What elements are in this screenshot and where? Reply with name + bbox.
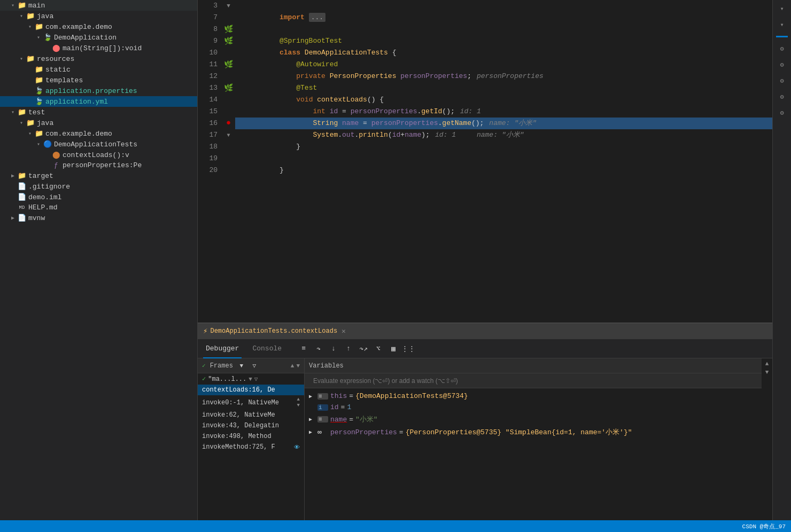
frames-visibility-btn[interactable]: 👁 <box>294 444 300 451</box>
var-item-id[interactable]: i id = 1 <box>305 402 762 413</box>
var-item-this[interactable]: ▶ ≡ this = {DemoApplicationTests@5734} <box>305 390 762 402</box>
variables-title: Variables <box>309 362 344 370</box>
status-credit: CSDN @奇点_97 <box>742 522 786 530</box>
tree-item-demo-iml[interactable]: 📄 demo.iml <box>0 192 197 202</box>
gutter-13: 🌿 <box>222 82 235 94</box>
frame-item-3[interactable]: invoke:62, NativeMe <box>198 410 304 420</box>
frames-scroll-down[interactable]: ▼ <box>296 363 300 369</box>
right-btn-7[interactable]: ⚙ <box>776 107 788 119</box>
right-divider <box>776 36 788 37</box>
frames-header: ✓ Frames ▼ ▽ ▲ ▼ <box>198 358 304 373</box>
tree-item-person-props[interactable]: ƒ personProperties:Pe <box>0 160 197 170</box>
gutter-9: 🌿 <box>222 35 235 47</box>
toolbar-settings-btn[interactable]: ⋮⋮ <box>402 343 414 355</box>
var-item-name[interactable]: ▶ ≡ name = "小米" <box>305 413 762 426</box>
gutter-15 <box>222 106 235 118</box>
gutter-11: 🌿 <box>222 59 235 71</box>
gutter-3: ▼ <box>222 0 235 12</box>
frame-item-2[interactable]: invoke0:-1, NativeMe ▲ ▼ <box>198 395 304 410</box>
tree-item-pkg1[interactable]: ▾ 📁 com.example.demo <box>0 21 197 32</box>
right-btn-1[interactable]: ▾ <box>776 3 788 14</box>
toolbar-step-out-btn[interactable]: ↑ <box>343 343 354 355</box>
tree-item-app-yml[interactable]: 🍃 application.yml <box>0 96 197 107</box>
line-numbers: 3 7 8 9 10 11 12 13 14 15 16 17 18 19 20 <box>198 0 222 323</box>
toolbar-eval-expr-btn[interactable]: ⌥ <box>373 343 384 355</box>
evaluate-input[interactable] <box>309 373 757 388</box>
code-line-19: } <box>235 153 772 165</box>
gutter-19 <box>222 153 235 165</box>
evaluate-bar <box>305 373 762 388</box>
code-line-18 <box>235 141 772 153</box>
gutter-17: ▼ <box>222 129 235 141</box>
toolbar-step-over-btn[interactable]: ↷ <box>313 343 324 355</box>
tree-item-app-props[interactable]: 🍃 application.properties <box>0 85 197 96</box>
code-line-8: @SpringBootTest <box>235 24 772 35</box>
right-icon-2[interactable]: ▼ <box>765 369 769 375</box>
frame-item-0[interactable]: ✓ "ma...l... ▼ ▽ <box>198 373 304 385</box>
frames-filter-btn[interactable]: ▼ <box>237 362 246 370</box>
toolbar-resume-btn[interactable]: ≡ <box>298 343 309 355</box>
tab-debugger[interactable]: Debugger <box>203 339 242 358</box>
tab-console[interactable]: Console <box>250 339 284 358</box>
tree-item-demo-tests[interactable]: ▾ 🔵 DemoApplicationTests <box>0 139 197 150</box>
bottom-content: ✓ Frames ▼ ▽ ▲ ▼ ✓ "ma...l... <box>198 358 772 520</box>
right-btn-5[interactable]: ⚙ <box>776 75 788 87</box>
right-col-icons: ▲ ▼ <box>762 358 772 520</box>
editor-area: 3 7 8 9 10 11 12 13 14 15 16 17 18 19 20… <box>198 0 772 520</box>
gutter-16: ● <box>222 118 235 129</box>
gutter-12 <box>222 71 235 82</box>
tree-item-java1[interactable]: ▾ 📁 java <box>0 11 197 21</box>
tree-item-java2[interactable]: ▾ 📁 java <box>0 118 197 128</box>
right-btn-2[interactable]: ▾ <box>776 19 788 30</box>
tree-item-mvnw[interactable]: ▶ 📄 mvnw <box>0 213 197 223</box>
tree-item-static[interactable]: 📁 static <box>0 64 197 75</box>
gutter-10 <box>222 47 235 59</box>
variables-header: Variables <box>305 358 762 373</box>
code-line-20 <box>235 165 772 176</box>
gutter-8: 🌿 <box>222 24 235 35</box>
debug-close-btn[interactable]: ✕ <box>342 327 346 335</box>
tree-item-demo-app[interactable]: ▾ 🍃 DemoApplication <box>0 32 197 43</box>
code-lines: import ... @SpringBootTest class DemoApp… <box>235 0 772 323</box>
tree-item-test[interactable]: ▾ 📁 test <box>0 107 197 118</box>
gutter-18 <box>222 141 235 153</box>
right-toolbar: ▾ ▾ ⚙ ⚙ ⚙ ⚙ ⚙ <box>772 0 791 520</box>
tree-item-main-method[interactable]: ⬤ main(String[]):void <box>0 43 197 53</box>
tree-item-context-loads[interactable]: ⬤ contextLoads():v <box>0 150 197 160</box>
toolbar-step-into-btn[interactable]: ↓ <box>328 343 339 355</box>
frame-item-6[interactable]: invokeMethod:725, F 👁 <box>198 442 304 452</box>
tree-item-pkg2[interactable]: ▾ 📁 com.example.demo <box>0 128 197 139</box>
file-tree: ▾ 📁 main ▾ 📁 java ▾ 📁 com.example.demo ▾… <box>0 0 198 520</box>
variables-list: ▶ ≡ this = {DemoApplicationTests@5734} i… <box>305 388 762 520</box>
code-editor[interactable]: 3 7 8 9 10 11 12 13 14 15 16 17 18 19 20… <box>198 0 772 323</box>
bottom-panel: Debugger Console ≡ ↷ ↓ ↑ ↷↗ ⌥ ▦ ⋮⋮ <box>198 339 772 520</box>
debug-bar: ⚡ DemoApplicationTests.contextLoads ✕ <box>198 323 772 339</box>
gutter: ▼ 🌿 🌿 🌿 🌿 ● ▼ <box>222 0 235 323</box>
code-line-3: import ... <box>235 0 772 12</box>
frames-title: Frames <box>210 362 233 370</box>
bottom-tabs: Debugger Console ≡ ↷ ↓ ↑ ↷↗ ⌥ ▦ ⋮⋮ <box>198 339 772 358</box>
frames-scroll-up[interactable]: ▲ <box>291 363 294 369</box>
gutter-7 <box>222 12 235 24</box>
gutter-14 <box>222 94 235 106</box>
right-btn-4[interactable]: ⚙ <box>776 59 788 71</box>
gutter-20 <box>222 165 235 176</box>
right-icon-1[interactable]: ▲ <box>765 361 769 367</box>
right-btn-6[interactable]: ⚙ <box>776 91 788 103</box>
frame-item-1[interactable]: contextLoads:16, De <box>198 385 304 395</box>
tree-item-gitignore[interactable]: 📄 .gitignore <box>0 181 197 192</box>
tree-item-target[interactable]: ▶ 📁 target <box>0 170 197 181</box>
toolbar-run-to-cursor-btn[interactable]: ↷↗ <box>358 343 369 355</box>
toolbar-table-btn[interactable]: ▦ <box>387 343 399 355</box>
frame-item-4[interactable]: invoke:43, Delegatin <box>198 420 304 431</box>
tree-item-help-md[interactable]: MD HELP.md <box>0 202 197 213</box>
tree-item-resources[interactable]: ▾ 📁 resources <box>0 53 197 64</box>
frames-list: ✓ "ma...l... ▼ ▽ contextLoads:16, De inv… <box>198 373 304 520</box>
frame-item-5[interactable]: invoke:498, Method <box>198 431 304 442</box>
tree-item-templates[interactable]: 📁 templates <box>0 75 197 85</box>
right-btn-3[interactable]: ⚙ <box>776 43 788 54</box>
tree-item-main[interactable]: ▾ 📁 main <box>0 0 197 11</box>
frames-filter2-btn[interactable]: ▽ <box>250 362 259 370</box>
var-item-person-props[interactable]: ▶ ∞ personProperties = {PersonProperties… <box>305 426 762 439</box>
main-area: ▾ 📁 main ▾ 📁 java ▾ 📁 com.example.demo ▾… <box>0 0 791 520</box>
